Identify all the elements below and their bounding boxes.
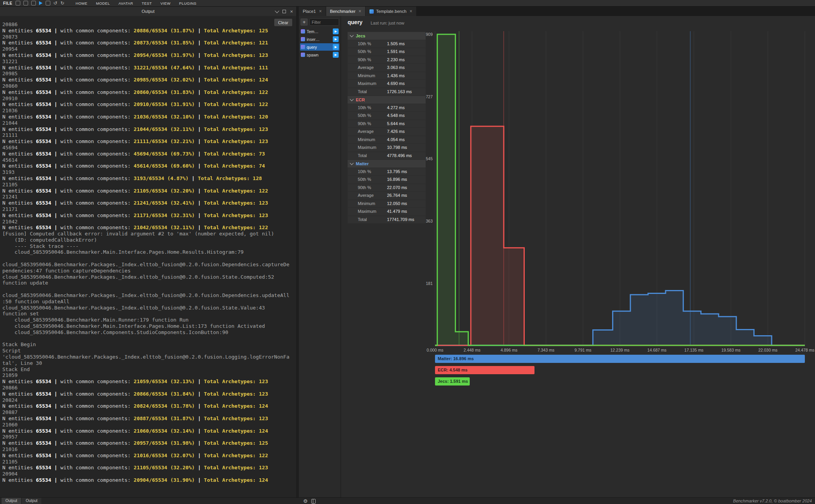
x-axis-label: 2.448 ms	[458, 348, 486, 352]
stat-row: Maximum41.479 ms	[348, 208, 426, 216]
ribbon-tab-test[interactable]: TEST	[137, 1, 156, 5]
filter-input[interactable]	[309, 18, 339, 26]
stat-value: 4778.496 ms	[387, 152, 412, 160]
open-place-icon[interactable]	[16, 1, 20, 5]
tab-label: Template.bench	[376, 9, 407, 14]
component-fraction: 20904/65534 (31.90%)	[134, 477, 195, 483]
bench-file-icon	[369, 9, 374, 14]
log-text: N entities	[2, 440, 36, 446]
stat-row: Minimum4.054 ms	[348, 136, 426, 144]
log-text: with common components:	[60, 163, 134, 169]
clear-button[interactable]: Clear	[274, 19, 292, 26]
log-line: 21042	[2, 219, 295, 225]
close-tab-icon[interactable]: ×	[319, 9, 322, 14]
run-benchmark-button[interactable]: ▶	[333, 36, 339, 42]
benchmark-item-label: spawn	[307, 53, 331, 57]
stat-group-matter[interactable]: Matter	[348, 160, 426, 168]
output-bottom-tab[interactable]: Output	[22, 498, 41, 504]
stat-row: 90th %2.230 ms	[348, 56, 426, 64]
log-line-entities: N entities 65534 | with common component…	[2, 40, 295, 46]
component-fraction: 20954/65534 (31.97%)	[134, 52, 195, 58]
run-benchmark-button[interactable]: ▶	[333, 52, 339, 58]
file-menu[interactable]: FILE	[3, 1, 12, 5]
log-separator: |	[51, 428, 60, 434]
undo-icon[interactable]: ↺	[53, 1, 57, 5]
panel-splitter[interactable]	[296, 7, 299, 497]
close-tab-icon[interactable]: ×	[410, 9, 412, 14]
add-benchmark-button[interactable]: +	[300, 18, 308, 26]
publish-icon[interactable]	[31, 1, 36, 5]
run-benchmark-button[interactable]: ▶	[333, 28, 339, 34]
x-axis-label: 12.239 ms	[606, 348, 634, 352]
log-line-entities: N entities 65534 | with common component…	[2, 65, 295, 71]
log-line: Stack End	[2, 366, 295, 373]
log-text: N entities	[2, 175, 36, 181]
stat-label: 90th %	[358, 185, 371, 190]
log-line-entities: N entities 65534 | with common component…	[2, 391, 295, 397]
ribbon-tab-home[interactable]: HOME	[71, 1, 92, 5]
chevron-down-icon[interactable]	[275, 9, 279, 13]
ribbon-tab-avatar[interactable]: AVATAR	[114, 1, 138, 5]
top-toolbar: FILE ↺↻ HOMEMODELAVATARTESTVIEWPLUGINS	[0, 0, 815, 7]
stat-label: 50th %	[358, 177, 371, 182]
log-text: N entities	[2, 52, 36, 58]
log-separator: |	[51, 465, 60, 470]
log-separator: |	[195, 416, 204, 421]
log-separator: |	[51, 65, 60, 71]
close-panel-icon[interactable]: ×	[290, 9, 293, 14]
stat-value: 1.505 ms	[387, 40, 405, 48]
entity-count: 65534	[36, 175, 51, 181]
popout-icon[interactable]	[282, 10, 286, 13]
stat-value: 13.795 ms	[387, 168, 407, 176]
entity-count: 65534	[36, 440, 51, 446]
log-line: function update	[2, 280, 295, 286]
histogram-chart	[435, 31, 805, 347]
log-text: N entities	[2, 391, 36, 397]
entity-count: 65534	[36, 28, 51, 34]
docs-icon[interactable]	[311, 499, 316, 504]
stat-row: Minimum1.436 ms	[348, 72, 426, 80]
benchmark-item-query[interactable]: query▶	[300, 43, 339, 51]
log-separator: |	[51, 40, 60, 46]
stat-row: Average3.063 ms	[348, 64, 426, 72]
toolbar-icons: ↺↻	[16, 1, 64, 5]
benchmark-item-inser[interactable]: inser…▶	[300, 35, 339, 43]
ribbon-tab-plugins[interactable]: PLUGINS	[175, 1, 201, 5]
log-text: with common components:	[60, 453, 134, 458]
doc-tab-benchmarker[interactable]: Benchmarker×	[326, 7, 366, 16]
benchmark-item-spawn[interactable]: spawn▶	[300, 51, 339, 58]
stat-group-ecr[interactable]: ECR	[348, 96, 426, 104]
stat-group-jecs[interactable]: Jecs	[348, 32, 426, 40]
log-text: with common components:	[60, 465, 134, 470]
close-tab-icon[interactable]: ×	[359, 9, 361, 14]
log-text: N entities	[2, 200, 36, 206]
log-line: 21171	[2, 206, 295, 212]
output-bottom-tab[interactable]: Output	[2, 498, 21, 504]
stat-row: Maximum10.798 ms	[348, 144, 426, 152]
redo-icon[interactable]: ↻	[60, 1, 64, 5]
log-text: with common components:	[60, 28, 134, 34]
log-line: 20860	[2, 83, 295, 89]
doc-tab-place1[interactable]: Place1×	[299, 7, 326, 16]
stat-group-name: Jecs	[356, 34, 365, 38]
log-line: (ID: computedCallbackError)	[2, 237, 295, 243]
log-line: cloud_5853950046.Benchmarker.Packages._I…	[2, 262, 295, 268]
archetype-count: Total Archetypes: 120	[204, 114, 268, 120]
tab-label: Place1	[303, 9, 316, 14]
settings-gear-icon[interactable]: ⚙	[303, 499, 308, 504]
pause-icon[interactable]	[46, 1, 50, 5]
ribbon-tab-model[interactable]: MODEL	[92, 1, 114, 5]
save-icon[interactable]	[23, 1, 28, 5]
x-axis-label: 19.583 ms	[717, 348, 744, 352]
chevron-down-icon	[350, 97, 354, 101]
component-fraction: 21044/65534 (32.11%)	[134, 126, 195, 132]
log-line: cloud_5853950046.Benchmarker.Packages._I…	[2, 274, 295, 280]
doc-tab-template-bench[interactable]: Template.bench×	[366, 7, 417, 16]
ribbon-tab-view[interactable]: VIEW	[156, 1, 175, 5]
stat-label: Average	[358, 65, 374, 70]
run-benchmark-button[interactable]: ▶	[333, 44, 339, 50]
benchmark-item-tem[interactable]: Tem…▶	[300, 28, 339, 35]
play-icon[interactable]	[39, 1, 43, 5]
log-text: with common components:	[60, 188, 134, 194]
entity-count: 65534	[36, 378, 51, 384]
